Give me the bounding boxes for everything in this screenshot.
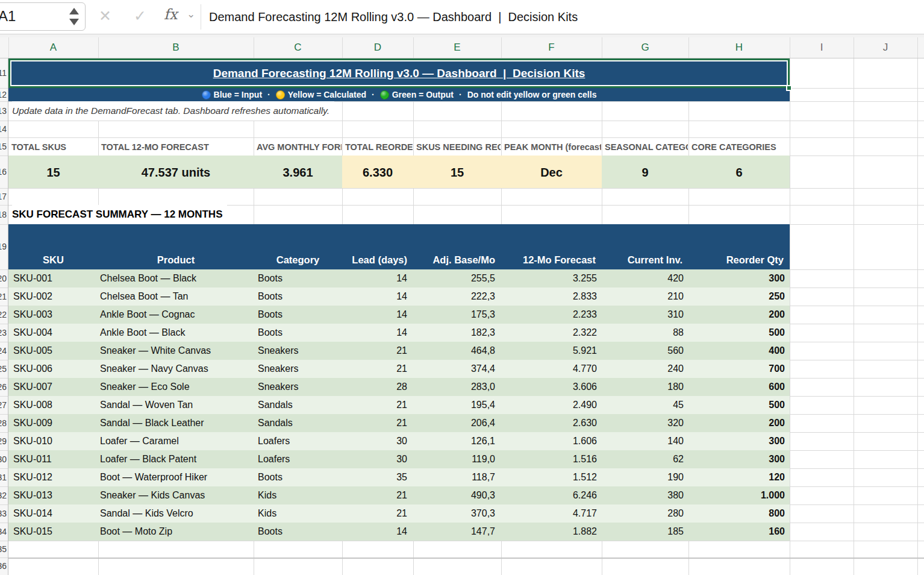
table-cell[interactable]: 374,4 (413, 360, 501, 378)
table-cell[interactable]: 1.512 (501, 468, 602, 486)
table-cell[interactable]: 118,7 (413, 468, 501, 486)
table-cell[interactable]: 119,0 (413, 450, 501, 468)
row-header-30[interactable]: 30 (0, 450, 7, 468)
table-cell[interactable]: 21 (342, 360, 413, 378)
table-cell[interactable]: Sandal — Black Leather (98, 414, 254, 432)
table-cell[interactable]: Sandals (254, 396, 342, 414)
table-cell[interactable]: 200 (688, 414, 790, 432)
table-cell[interactable]: SKU-001 (8, 269, 98, 288)
column-header-G[interactable]: G (602, 37, 688, 58)
table-cell[interactable]: Loafer — Black Patent (98, 450, 254, 468)
table-cell[interactable]: Sandal — Kids Velcro (98, 504, 254, 523)
column-header-12-mo-forecast[interactable]: 12-Mo Forecast (501, 251, 602, 269)
table-cell[interactable]: 4.770 (501, 360, 602, 378)
table-row[interactable]: SKU-005Sneaker — White CanvasSneakers214… (8, 342, 790, 360)
table-cell[interactable]: Loafer — Caramel (98, 432, 254, 450)
table-cell[interactable]: 185 (602, 523, 688, 541)
column-header-category[interactable]: Category (254, 251, 342, 269)
table-cell[interactable]: Boots (254, 324, 342, 342)
table-row[interactable]: SKU-008Sandal — Woven TanSandals21195,42… (8, 396, 790, 414)
table-cell[interactable]: 310 (602, 306, 688, 324)
column-header-D[interactable]: D (342, 37, 413, 58)
column-header-product[interactable]: Product (98, 251, 254, 269)
table-cell[interactable]: 1.000 (688, 486, 790, 504)
table-cell[interactable]: Loafers (254, 450, 342, 468)
table-cell[interactable]: 14 (342, 269, 413, 288)
table-cell[interactable]: Boots (254, 269, 342, 288)
table-row[interactable]: SKU-006Sneaker — Navy CanvasSneakers2137… (8, 360, 790, 378)
table-cell[interactable]: 28 (342, 378, 413, 396)
table-cell[interactable]: 3.255 (501, 269, 602, 288)
row-header-15[interactable]: 15 (0, 137, 7, 156)
row-header-35[interactable]: 35 (0, 541, 7, 558)
table-cell[interactable]: Loafers (254, 432, 342, 450)
table-cell[interactable]: 120 (688, 468, 790, 486)
column-header-C[interactable]: C (254, 37, 342, 58)
table-row[interactable]: SKU-015Boot — Moto ZipBoots14147,71.8821… (8, 523, 790, 541)
table-cell[interactable]: Sneakers (254, 342, 342, 360)
table-cell[interactable]: Sandal — Woven Tan (98, 396, 254, 414)
row-header-17[interactable]: 17 (0, 188, 7, 205)
row-header-24[interactable]: 24 (0, 342, 7, 360)
row-header-33[interactable]: 33 (0, 504, 7, 523)
table-cell[interactable]: 300 (688, 450, 790, 468)
table-cell[interactable]: 255,5 (413, 269, 501, 288)
column-header-lead-days-[interactable]: Lead (days) (342, 251, 413, 269)
table-cell[interactable]: 300 (688, 269, 790, 288)
insert-function-icon[interactable]: fx (164, 6, 177, 23)
table-cell[interactable]: 175,3 (413, 306, 501, 324)
row-header-18[interactable]: 18 (0, 205, 7, 224)
table-cell[interactable]: 200 (688, 306, 790, 324)
row-header-31[interactable]: 31 (0, 468, 7, 486)
table-cell[interactable]: 222,3 (413, 288, 501, 306)
table-cell[interactable]: 6.246 (501, 486, 602, 504)
table-cell[interactable]: SKU-015 (8, 523, 98, 541)
row-header-16[interactable]: 16 (0, 156, 7, 188)
table-cell[interactable]: SKU-007 (8, 378, 98, 396)
row-header-26[interactable]: 26 (0, 378, 7, 396)
row-header-29[interactable]: 29 (0, 432, 7, 450)
column-header-E[interactable]: E (413, 37, 501, 58)
table-cell[interactable]: SKU-002 (8, 288, 98, 306)
row-header-25[interactable]: 25 (0, 360, 7, 378)
table-cell[interactable]: SKU-011 (8, 450, 98, 468)
table-cell[interactable]: 700 (688, 360, 790, 378)
row-header-13[interactable]: 13 (0, 101, 7, 121)
table-cell[interactable]: 30 (342, 450, 413, 468)
table-cell[interactable]: Boots (254, 523, 342, 541)
table-cell[interactable]: SKU-005 (8, 342, 98, 360)
table-row[interactable]: SKU-007Sneaker — Eco SoleSneakers28283,0… (8, 378, 790, 396)
table-cell[interactable]: 45 (602, 396, 688, 414)
column-header-A[interactable]: A (8, 37, 98, 58)
table-cell[interactable]: SKU-010 (8, 432, 98, 450)
table-cell[interactable]: 210 (602, 288, 688, 306)
table-cell[interactable]: Sandals (254, 414, 342, 432)
table-cell[interactable]: Sneaker — Kids Canvas (98, 486, 254, 504)
table-cell[interactable]: 600 (688, 378, 790, 396)
row-header-20[interactable]: 20 (0, 269, 7, 288)
column-header-B[interactable]: B (98, 37, 254, 58)
table-cell[interactable]: 370,3 (413, 504, 501, 523)
table-cell[interactable]: SKU-013 (8, 486, 98, 504)
table-cell[interactable]: 62 (602, 450, 688, 468)
row-header-23[interactable]: 23 (0, 324, 7, 342)
table-cell[interactable]: Boots (254, 288, 342, 306)
formula-input[interactable]: Demand Forecasting 12M Rolling v3.0 — Da… (209, 0, 578, 34)
table-cell[interactable]: Sneaker — Eco Sole (98, 378, 254, 396)
table-cell[interactable]: 21 (342, 486, 413, 504)
table-cell[interactable]: SKU-014 (8, 504, 98, 523)
row-header-22[interactable]: 22 (0, 306, 7, 324)
table-cell[interactable]: SKU-003 (8, 306, 98, 324)
table-cell[interactable]: Kids (254, 504, 342, 523)
table-cell[interactable]: 400 (688, 342, 790, 360)
table-cell[interactable]: 420 (602, 269, 688, 288)
table-cell[interactable]: Boots (254, 468, 342, 486)
row-header-19[interactable]: 19 (0, 224, 7, 269)
sheet-grid[interactable]: Demand Forecasting 12M Rolling v3.0 — Da… (0, 58, 924, 575)
table-row[interactable]: SKU-003Ankle Boot — CognacBoots14175,32.… (8, 306, 790, 324)
selection-fill-handle[interactable] (786, 85, 792, 91)
row-header-34[interactable]: 34 (0, 523, 7, 541)
table-row[interactable]: SKU-012Boot — Waterproof HikerBoots35118… (8, 468, 790, 486)
table-cell[interactable]: 380 (602, 486, 688, 504)
table-cell[interactable]: Boot — Moto Zip (98, 523, 254, 541)
